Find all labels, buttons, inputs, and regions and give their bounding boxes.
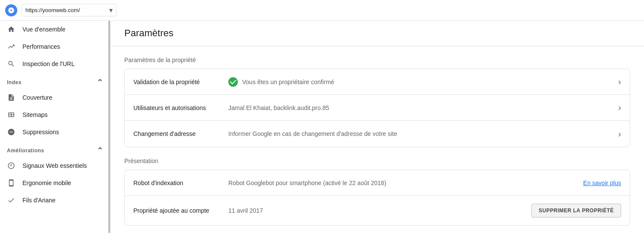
top-bar: https://yoomweb.com/ ▾: [0, 0, 644, 21]
sidebar-item-ergonomie-mobile[interactable]: Ergonomie mobile: [0, 174, 107, 192]
chevron-right-icon: ›: [618, 77, 621, 87]
page-title: Paramètres: [110, 21, 644, 46]
sidebar-item-suppressions[interactable]: Suppressions: [0, 123, 107, 141]
content-area: Paramètres Paramètres de la propriété Va…: [110, 21, 644, 233]
row-utilisateurs[interactable]: Utilisateurs et autorisations Jamal El K…: [125, 95, 630, 121]
sidebar-label-performances: Performances: [22, 43, 60, 50]
row-propriete-ajoutee-action[interactable]: SUPPRIMER LA PROPRIÉTÉ: [531, 204, 621, 217]
url-chevron-icon: ▾: [109, 6, 113, 14]
phone-icon: [7, 179, 16, 187]
row-robot-indexation: Robot d'indexation Robot Googlebot pour …: [125, 170, 630, 196]
logo-icon: [8, 7, 15, 14]
row-validation[interactable]: Validation de la propriété Vous êtes un …: [125, 69, 630, 95]
row-changement-action[interactable]: ›: [618, 129, 621, 139]
sidebar-section-index-label: Index: [7, 79, 22, 85]
sidebar-label-suppressions: Suppressions: [22, 129, 59, 135]
list-icon: [7, 196, 16, 205]
ameliorations-collapse-icon[interactable]: ⌃: [97, 146, 104, 155]
sidebar-label-couverture: Couverture: [22, 94, 52, 101]
search-icon: [7, 60, 16, 68]
index-collapse-icon[interactable]: ⌃: [97, 78, 104, 87]
row-robot-value: Robot Googlebot pour smartphone (activé …: [228, 179, 583, 186]
sidebar-label-fils-ariane: Fils d'Ariane: [22, 197, 56, 204]
url-selector[interactable]: https://yoomweb.com/ ▾: [22, 4, 117, 16]
sidebar-label-inspection-url: Inspection de l'URL: [22, 60, 75, 67]
sidebar-label-sitemaps: Sitemaps: [22, 111, 47, 118]
sidebar: Vue d'ensemble Performances Inspection d…: [0, 21, 110, 233]
row-validation-label: Validation de la propriété: [133, 79, 228, 85]
row-changement-value: Informer Google en cas de changement d'a…: [228, 130, 618, 137]
app-logo: [5, 4, 17, 16]
supprimer-propriete-button[interactable]: SUPPRIMER LA PROPRIÉTÉ: [531, 204, 621, 217]
url-text: https://yoomweb.com/: [25, 7, 107, 13]
chevron-right-icon-3: ›: [618, 129, 621, 139]
section-title-presentation: Présentation: [124, 157, 630, 164]
row-robot-action[interactable]: En savoir plus: [583, 179, 621, 186]
row-propriete-ajoutee-label: Propriété ajoutée au compte: [133, 207, 228, 214]
sidebar-section-ameliorations: Améliorations ⌃: [0, 141, 110, 157]
sidebar-item-sitemaps[interactable]: Sitemaps: [0, 106, 107, 123]
section-title-propriete: Paramètres de la propriété: [124, 57, 630, 63]
sidebar-item-signaux-web[interactable]: Signaux Web essentiels: [0, 157, 107, 174]
file-icon: [7, 93, 16, 102]
sidebar-item-inspection-url[interactable]: Inspection de l'URL: [0, 55, 107, 72]
main-layout: Vue d'ensemble Performances Inspection d…: [0, 21, 644, 233]
row-changement-adresse[interactable]: Changement d'adresse Informer Google en …: [125, 121, 630, 147]
card-propriete: Validation de la propriété Vous êtes un …: [124, 69, 630, 147]
trending-up-icon: [7, 42, 16, 51]
row-robot-label: Robot d'indexation: [133, 179, 228, 186]
sidebar-item-performances[interactable]: Performances: [0, 38, 107, 55]
row-propriete-ajoutee: Propriété ajoutée au compte 11 avril 201…: [125, 196, 630, 225]
sidebar-label-ergonomie-mobile: Ergonomie mobile: [22, 179, 71, 186]
en-savoir-plus-link[interactable]: En savoir plus: [583, 179, 621, 186]
grid-icon: [7, 110, 16, 119]
content-body: Paramètres de la propriété Validation de…: [110, 46, 644, 233]
sidebar-scrollbar[interactable]: [108, 21, 110, 233]
sidebar-item-couverture[interactable]: Couverture: [0, 89, 107, 106]
gauge-icon: [7, 161, 16, 170]
row-validation-action[interactable]: ›: [618, 77, 621, 87]
home-icon: [7, 25, 16, 34]
card-presentation: Robot d'indexation Robot Googlebot pour …: [124, 170, 630, 226]
sidebar-section-index: Index ⌃: [0, 72, 110, 89]
sidebar-label-signaux-web: Signaux Web essentiels: [22, 162, 87, 169]
row-utilisateurs-label: Utilisateurs et autorisations: [133, 104, 228, 111]
check-icon: [228, 77, 238, 87]
chevron-right-icon-2: ›: [618, 103, 621, 113]
sidebar-item-vue-ensemble[interactable]: Vue d'ensemble: [0, 21, 107, 38]
sidebar-section-ameliorations-label: Améliorations: [7, 148, 44, 154]
sidebar-label-vue-ensemble: Vue d'ensemble: [22, 26, 65, 33]
row-validation-value: Vous êtes un propriétaire confirmé: [228, 77, 618, 87]
row-utilisateurs-value: Jamal El Khaiat, backlink.audit.pro.85: [228, 104, 618, 111]
row-changement-label: Changement d'adresse: [133, 130, 228, 137]
row-propriete-ajoutee-value: 11 avril 2017: [228, 207, 531, 214]
row-utilisateurs-action[interactable]: ›: [618, 103, 621, 113]
sidebar-item-fils-ariane[interactable]: Fils d'Ariane: [0, 192, 107, 209]
remove-circle-icon: [7, 128, 16, 136]
